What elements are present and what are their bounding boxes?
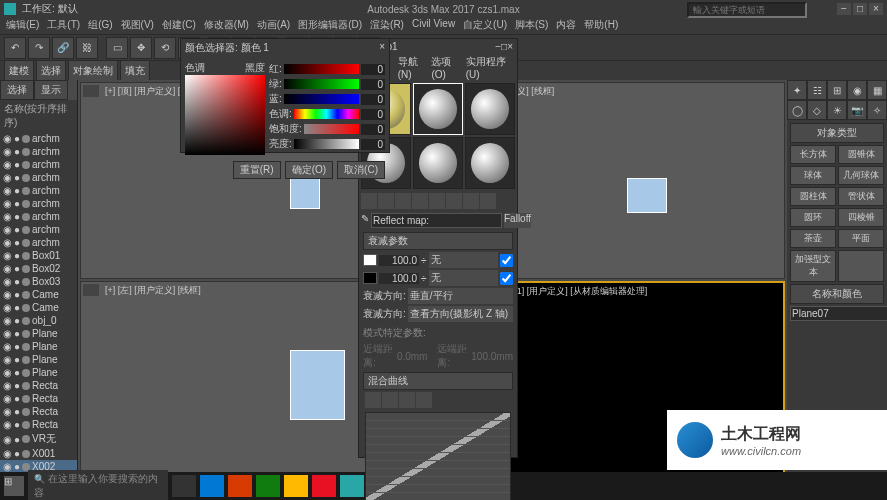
mat-tool-icon[interactable] [378, 193, 394, 209]
falloff-dir-dropdown[interactable]: 查看方向(摄影机 Z 轴) [408, 306, 513, 322]
display-tab-icon[interactable]: ▦ [867, 80, 887, 100]
menu-create[interactable]: 创建(C) [162, 18, 196, 34]
taskbar-search[interactable]: 🔍 在这里输入你要搜索的内容 [28, 470, 168, 500]
maximize-button[interactable]: □ [853, 3, 867, 15]
graphite-btn2[interactable]: 选择 [36, 60, 66, 82]
helpers-icon[interactable]: ✧ [867, 100, 887, 120]
motion-tab-icon[interactable]: ◉ [847, 80, 867, 100]
taskbar-app-icon[interactable] [256, 475, 280, 497]
taskbar-app-icon[interactable] [228, 475, 252, 497]
mat-section-curve[interactable]: 混合曲线 [363, 372, 513, 390]
undo-icon[interactable]: ↶ [4, 37, 26, 59]
side-spinner[interactable]: 100.0 [379, 273, 419, 284]
mix-curve-graph[interactable] [365, 412, 511, 500]
move-icon[interactable]: ✥ [130, 37, 152, 59]
tree-item[interactable]: ◉●archm [0, 197, 77, 210]
vp-menu-icon[interactable] [83, 284, 99, 296]
tree-item[interactable]: ◉●archm [0, 145, 77, 158]
tree-item[interactable]: ◉●VR无 [0, 431, 77, 447]
create-primitive-button[interactable]: 球体 [790, 166, 836, 185]
start-button[interactable]: ⊞ [4, 476, 24, 496]
color-cancel-button[interactable]: 取消(C) [337, 161, 385, 179]
create-primitive-button[interactable]: 加强型文本 [790, 250, 836, 282]
scene-object[interactable] [290, 350, 345, 420]
curve-tool-icon[interactable] [382, 392, 398, 408]
blue-value[interactable]: 0 [361, 94, 385, 105]
mat-tool-icon[interactable] [463, 193, 479, 209]
tree-sort-header[interactable]: 名称(按升序排序) [0, 100, 77, 132]
create-primitive-button[interactable]: 平面 [838, 229, 884, 248]
section-object-type[interactable]: 对象类型 [790, 123, 884, 143]
mat-tool-icon[interactable] [412, 193, 428, 209]
mat-name-input[interactable] [371, 213, 502, 228]
redo-icon[interactable]: ↷ [28, 37, 50, 59]
tree-item[interactable]: ◉●archm [0, 223, 77, 236]
menu-edit[interactable]: 编辑(E) [6, 18, 39, 34]
tree-item[interactable]: ◉●X001 [0, 447, 77, 460]
tab-select[interactable]: 选择 [0, 80, 34, 100]
create-primitive-button[interactable]: 管状体 [838, 187, 884, 206]
mat-menu-n[interactable]: 导航(N) [398, 55, 428, 80]
unlink-icon[interactable]: ⛓ [76, 37, 98, 59]
color-gradient[interactable] [185, 75, 265, 155]
workspace-label[interactable]: 工作区: 默认 [22, 2, 78, 16]
taskbar-app-icon[interactable] [200, 475, 224, 497]
hierarchy-tab-icon[interactable]: ⊞ [827, 80, 847, 100]
front-spinner[interactable]: 100.0 [379, 255, 419, 266]
create-primitive-button[interactable]: 长方体 [790, 145, 836, 164]
color-picker-close-icon[interactable]: × [379, 41, 385, 55]
tree-item[interactable]: ◉●Came [0, 288, 77, 301]
menu-graph[interactable]: 图形编辑器(D) [298, 18, 362, 34]
vp-menu-icon[interactable] [83, 85, 99, 97]
tree-item[interactable]: ◉●Came [0, 301, 77, 314]
tree-item[interactable]: ◉●archm [0, 184, 77, 197]
menu-animation[interactable]: 动画(A) [257, 18, 290, 34]
tree-item[interactable]: ◉●obj_0 [0, 314, 77, 327]
create-primitive-button[interactable]: 圆环 [790, 208, 836, 227]
mat-slot[interactable] [465, 137, 515, 189]
mat-slot[interactable] [465, 83, 515, 135]
mat-menu-u[interactable]: 实用程序(U) [466, 55, 513, 80]
rotate-icon[interactable]: ⟲ [154, 37, 176, 59]
tree-item[interactable]: ◉●Recta [0, 392, 77, 405]
graphite-btn[interactable]: 建模 [4, 60, 34, 82]
val-value[interactable]: 0 [361, 139, 385, 150]
link-icon[interactable]: 🔗 [52, 37, 74, 59]
section-name-color[interactable]: 名称和颜色 [790, 284, 884, 304]
curve-tool-icon[interactable] [365, 392, 381, 408]
menu-group[interactable]: 组(G) [88, 18, 112, 34]
mat-tool-icon[interactable] [480, 193, 496, 209]
side-color-swatch[interactable] [363, 272, 377, 284]
green-slider[interactable] [284, 79, 359, 89]
tree-item[interactable]: ◉●Plane [0, 327, 77, 340]
menu-render[interactable]: 渲染(R) [370, 18, 404, 34]
task-view-icon[interactable] [172, 475, 196, 497]
blue-slider[interactable] [284, 94, 359, 104]
tree-item[interactable]: ◉●Box01 [0, 249, 77, 262]
tree-item[interactable]: ◉●Plane [0, 353, 77, 366]
menu-customize[interactable]: 自定义(U) [463, 18, 507, 34]
hue-value[interactable]: 0 [361, 109, 385, 120]
tab-display[interactable]: 显示 [34, 80, 68, 100]
mat-close-icon[interactable]: × [507, 41, 513, 52]
taskbar-app-icon[interactable] [312, 475, 336, 497]
minimize-button[interactable]: − [837, 3, 851, 15]
front-color-swatch[interactable] [363, 254, 377, 266]
cameras-icon[interactable]: 📷 [847, 100, 867, 120]
help-search-input[interactable] [687, 2, 807, 18]
menu-tools[interactable]: 工具(T) [47, 18, 80, 34]
create-primitive-button[interactable]: 几何球体 [838, 166, 884, 185]
scene-object[interactable] [627, 178, 667, 213]
front-checkbox[interactable] [500, 254, 513, 267]
tree-item[interactable]: ◉●Recta [0, 405, 77, 418]
taskbar-app-icon[interactable] [284, 475, 308, 497]
sat-slider[interactable] [304, 124, 359, 134]
tree-item[interactable]: ◉●Recta [0, 379, 77, 392]
modify-tab-icon[interactable]: ☷ [807, 80, 827, 100]
menu-civil[interactable]: Civil View [412, 18, 455, 34]
graphite-btn4[interactable]: 填充 [120, 60, 150, 82]
close-button[interactable]: × [869, 3, 883, 15]
menu-content[interactable]: 内容 [556, 18, 576, 34]
side-map-button[interactable]: 无 [429, 270, 499, 286]
create-primitive-button[interactable]: 圆柱体 [790, 187, 836, 206]
